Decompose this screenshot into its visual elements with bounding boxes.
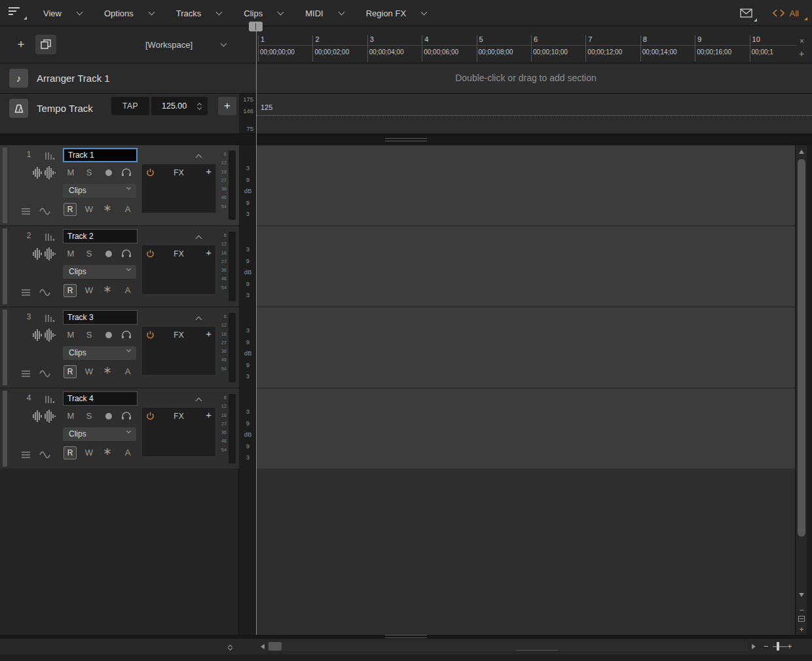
automation-write-button[interactable]: W (83, 447, 95, 459)
horizontal-scrollbar[interactable] (267, 641, 748, 651)
ruler-cell[interactable]: 700;00;12;00 (585, 35, 640, 62)
collapse-chevron-icon[interactable] (196, 232, 207, 241)
solo-button[interactable]: S (83, 410, 95, 422)
track-lane[interactable] (257, 145, 795, 225)
vertical-scrollbar-thumb[interactable] (798, 159, 805, 537)
collapse-chevron-icon[interactable] (196, 313, 207, 322)
ruler-cell[interactable]: 100;00;00;00 (258, 35, 312, 62)
meter-toggle-icon[interactable] (45, 313, 55, 325)
tempo-lane[interactable]: 125 (257, 94, 812, 134)
freeze-icon-button[interactable]: ∗ (101, 202, 113, 214)
track-name-input[interactable]: Track 3 (63, 310, 138, 325)
freeze-icon-button[interactable]: ∗ (101, 446, 113, 457)
automation-write-button[interactable]: W (83, 204, 95, 215)
fx-rack[interactable]: FX + (141, 326, 216, 376)
tempo-spinner[interactable] (196, 97, 205, 115)
vzoom-fit-button[interactable] (798, 616, 805, 622)
ruler-cell[interactable]: 400;00;06;00 (422, 35, 476, 62)
ruler-cell[interactable]: 600;00;10;00 (531, 35, 585, 62)
freeze-icon-button[interactable]: ∗ (101, 365, 113, 376)
track-color-strip[interactable] (3, 391, 7, 467)
record-arm-button[interactable] (103, 329, 115, 341)
record-arm-button[interactable] (103, 410, 115, 422)
workspace-dropdown[interactable]: [Workspace] (145, 26, 226, 63)
record-arm-button[interactable] (103, 248, 115, 260)
collapse-chevron-icon[interactable] (196, 151, 207, 160)
track-lane[interactable] (257, 308, 795, 387)
menu-clips[interactable]: Clips (244, 9, 283, 18)
track-list-icon[interactable] (21, 287, 31, 299)
input-echo-button[interactable] (121, 330, 132, 342)
fx-rack[interactable]: FX + (141, 407, 216, 457)
tempo-value-field[interactable]: 125.00 (151, 97, 208, 115)
track-lane[interactable] (257, 389, 795, 469)
track-list-icon[interactable] (21, 450, 31, 461)
scroll-left-icon[interactable] (261, 644, 265, 649)
audition-button[interactable]: A (122, 285, 134, 296)
automation-write-button[interactable]: W (83, 366, 95, 378)
meter-toggle-icon[interactable] (45, 151, 55, 163)
horizontal-scrollbar-thumb[interactable] (268, 642, 282, 651)
ruler-cell[interactable]: 500;00;08;00 (477, 35, 531, 62)
bottom-grip[interactable] (516, 650, 558, 652)
audition-button[interactable]: A (122, 204, 134, 215)
hamburger-menu-icon[interactable] (8, 6, 28, 20)
track-row[interactable]: 3 Track 3 M S FX + Clips R W ∗ A (0, 308, 239, 387)
mute-button[interactable]: M (65, 248, 77, 260)
hzoom-slider-thumb[interactable] (777, 642, 779, 651)
automation-read-button[interactable]: R (64, 203, 77, 216)
add-tempo-button[interactable]: + (218, 97, 236, 115)
record-arm-button[interactable] (103, 167, 115, 179)
automation-read-button[interactable]: R (64, 446, 77, 459)
fx-add-button[interactable]: + (206, 247, 212, 258)
automation-wave-icon[interactable] (39, 450, 50, 461)
track-list-icon[interactable] (21, 368, 31, 380)
meter-toggle-icon[interactable] (45, 232, 55, 244)
ruler-cell[interactable]: 1000;00;1 (750, 35, 796, 62)
menu-region-fx[interactable]: Region FX (366, 9, 426, 18)
close-button[interactable]: × (800, 37, 804, 45)
track-row[interactable]: 2 Track 2 M S FX + Clips R W ∗ A (0, 226, 239, 306)
zoom-in-ruler-button[interactable]: + (799, 49, 804, 58)
automation-read-button[interactable]: R (64, 284, 77, 297)
mute-button[interactable]: M (65, 329, 77, 341)
ruler-cell[interactable]: 200;00;02;00 (312, 35, 367, 62)
screenset-button[interactable] (735, 4, 758, 22)
ruler-cell[interactable]: 800;00;14;00 (640, 35, 695, 62)
playhead-marker[interactable] (249, 22, 263, 31)
input-echo-button[interactable] (121, 168, 132, 179)
menu-view[interactable]: View (43, 9, 82, 18)
fx-rack[interactable]: FX + (141, 245, 216, 295)
track-name-input[interactable]: Track 1 (63, 148, 138, 162)
audition-button[interactable]: A (122, 447, 134, 459)
solo-button[interactable]: S (83, 248, 95, 260)
clips-dropdown[interactable]: Clips (63, 265, 136, 279)
arranger-lane[interactable]: Double-click or drag to add section (257, 63, 812, 94)
hzoom-slider[interactable] (773, 646, 787, 647)
solo-button[interactable]: S (83, 167, 95, 179)
automation-wave-icon[interactable] (39, 287, 50, 299)
track-color-strip[interactable] (3, 147, 7, 223)
vertical-scrollbar[interactable]: − + (795, 145, 807, 635)
automation-read-button[interactable]: R (64, 365, 77, 378)
fx-add-button[interactable]: + (206, 166, 212, 177)
mute-button[interactable]: M (65, 410, 77, 422)
spinner-down-icon[interactable] (197, 105, 202, 110)
panel-resize-control[interactable] (225, 640, 237, 653)
clips-dropdown[interactable]: Clips (63, 346, 136, 360)
ruler-cell[interactable]: 300;00;04;00 (367, 35, 422, 62)
collapse-chevron-icon[interactable] (196, 394, 207, 403)
duplicate-button[interactable] (35, 35, 56, 54)
clips-pane[interactable] (257, 145, 795, 635)
add-track-button[interactable]: + (13, 37, 29, 52)
offset-all-button[interactable]: All (768, 6, 808, 21)
track-color-strip[interactable] (3, 228, 7, 304)
automation-wave-icon[interactable] (39, 368, 50, 380)
tempo-track-header[interactable]: Tempo Track TAP 125.00 + (0, 94, 239, 134)
input-echo-button[interactable] (121, 411, 132, 423)
clips-dropdown[interactable]: Clips (63, 427, 136, 441)
scroll-right-icon[interactable] (752, 644, 756, 649)
automation-wave-icon[interactable] (39, 206, 50, 218)
track-color-strip[interactable] (3, 310, 7, 385)
arranger-track-header[interactable]: ♪ Arranger Track 1 (0, 63, 257, 94)
